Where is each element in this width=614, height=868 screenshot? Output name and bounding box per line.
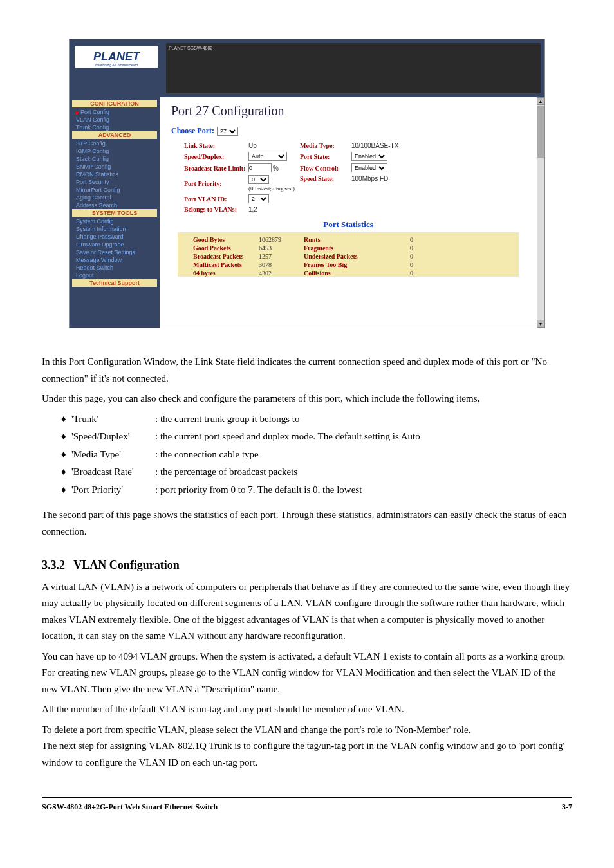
belongs-vlans-value: 1,2 (248, 206, 300, 213)
nav-reboot-switch[interactable]: Reboot Switch (72, 264, 157, 272)
paragraph: You can have up to 4094 VLAN groups. Whe… (42, 649, 572, 698)
stat-value: 0 (387, 253, 413, 260)
stat-value: 1062879 (259, 236, 304, 243)
nav-address-search[interactable]: Address Search (72, 201, 157, 209)
section-number: 3.3.2 (42, 559, 65, 571)
nav-aging-control[interactable]: Aging Control (72, 194, 157, 201)
bullet: ♦ (61, 411, 71, 428)
nav-rmon-stats[interactable]: RMON Statistics (72, 171, 157, 178)
stat-label: Runts (304, 236, 387, 243)
section-heading: 3.3.2 VLAN Configuration (42, 555, 572, 575)
broadcast-rate-label: Broadcast Rate Limit: (184, 165, 248, 172)
stat-label: Frames Too Big (304, 261, 387, 268)
media-type-value: 10/100BASE-TX (351, 142, 409, 149)
speed-duplex-label: Speed/Duplex: (184, 153, 248, 160)
flow-control-label: Flow Control: (300, 165, 351, 172)
port-priority-select[interactable]: 0 (248, 175, 269, 184)
nav-snmp-config[interactable]: SNMP Config (72, 163, 157, 171)
scroll-up-button[interactable]: ▲ (537, 97, 544, 105)
stat-label: Multicast Packets (181, 261, 259, 268)
link-state-value: Up (248, 142, 300, 149)
brand-logo: PLANET Networking & Communication (75, 46, 158, 68)
nav-mirror-config[interactable]: MirrorPort Config (72, 186, 157, 194)
priority-hint: (0:lowest;7:highest) (248, 185, 295, 192)
stat-value: 3078 (259, 261, 304, 268)
stat-label: Good Bytes (181, 236, 259, 243)
nav-header-system: SYSTEM TOOLS (72, 209, 157, 217)
flow-control-select[interactable]: Enabled (351, 163, 387, 172)
port-vlan-id-select[interactable]: 2 (248, 194, 269, 203)
port-statistics-title: Port Statistics (171, 219, 525, 230)
footer-page-number: 3-7 (562, 800, 572, 813)
stat-label: Good Packets (181, 245, 259, 252)
paragraph: To delete a port from specific VLAN, ple… (42, 722, 572, 771)
logo-subtext: Networking & Communication (95, 63, 138, 67)
nav-logout[interactable]: Logout (72, 272, 157, 279)
port-priority-label: Port Priority: (184, 180, 248, 187)
choose-port-select[interactable]: 27 (217, 127, 238, 136)
nav-stack-config[interactable]: Stack Config (72, 155, 157, 163)
link-state-label: Link State: (184, 142, 248, 149)
scroll-thumb[interactable] (537, 106, 544, 158)
nav-message-window[interactable]: Message Window (72, 256, 157, 264)
nav-port-security[interactable]: Port Security (72, 178, 157, 186)
nav-save-reset[interactable]: Save or Reset Settings (72, 248, 157, 256)
config-screenshot: PLANET Networking & Communication PLANET… (69, 39, 545, 328)
nav-change-password[interactable]: Change Password (72, 233, 157, 241)
param-desc: : port priority from 0 to 7. The default… (155, 482, 362, 499)
nav-stp-config[interactable]: STP Config (72, 140, 157, 147)
vertical-scrollbar[interactable]: ▲ ▼ (537, 97, 544, 328)
page-footer: SGSW-4802 48+2G-Port Web Smart Ethernet … (42, 797, 572, 813)
switch-front-panel: PLANET SGSW-4802 (166, 43, 541, 93)
stat-value: 6453 (259, 245, 304, 252)
stat-value: 1257 (259, 253, 304, 260)
bullet: ♦ (61, 447, 71, 463)
port-state-select[interactable]: Enabled (351, 152, 387, 161)
port-state-label: Port State: (300, 153, 351, 160)
topbar: PLANET Networking & Communication PLANET… (70, 39, 544, 97)
footer-title: SGSW-4802 48+2G-Port Web Smart Ethernet … (42, 800, 218, 813)
param-term: 'Broadcast Rate' (71, 464, 155, 481)
config-table: Link State:Up Media Type:10/100BASE-TX S… (184, 142, 525, 213)
param-desc: : the current port speed and duplex mode… (155, 429, 420, 445)
stat-value: 0 (387, 261, 413, 268)
bullet: ♦ (61, 482, 71, 499)
port-statistics-box: Good Bytes1062879Runts0 Good Packets6453… (178, 232, 519, 277)
nav-sidebar: CONFIGURATION Port Config VLAN Config Tr… (70, 97, 160, 328)
param-term: 'Media Type' (71, 447, 155, 463)
nav-igmp-config[interactable]: IGMP Config (72, 147, 157, 155)
paragraph: All the member of the default VLAN is un… (42, 701, 572, 718)
section-title: VLAN Configuration (73, 559, 180, 571)
paragraph: Under this page, you can also check and … (42, 391, 572, 407)
speed-state-value: 100Mbps FD (351, 175, 409, 182)
speed-duplex-select[interactable]: Auto (248, 152, 287, 161)
param-desc: : the current trunk group it belongs to (155, 411, 300, 428)
paragraph: In this Port Configuration Window, the L… (42, 354, 572, 387)
belongs-vlans-label: Belongs to VLANs: (184, 206, 248, 213)
param-term: 'Speed/Duplex' (71, 429, 155, 445)
stat-value: 4302 (259, 270, 304, 277)
nav-firmware-upgrade[interactable]: Firmware Upgrade (72, 241, 157, 248)
stat-label: Fragments (304, 245, 387, 252)
nav-system-info[interactable]: System Information (72, 225, 157, 233)
stat-label: 64 bytes (181, 270, 259, 277)
nav-header-tech[interactable]: Technical Support (72, 279, 157, 287)
param-desc: : the percentage of broadcast packets (155, 464, 297, 481)
nav-port-config[interactable]: Port Config (72, 108, 157, 116)
paragraph: The second part of this page shows the s… (42, 507, 572, 540)
stat-label: Undersized Packets (304, 253, 387, 260)
stat-value: 0 (387, 236, 413, 243)
switch-model: PLANET SGSW-4802 (169, 46, 212, 50)
paragraph: A virtual LAN (VLAN) is a network of com… (42, 579, 572, 645)
content-pane: Port 27 Configuration Choose Port: 27 Li… (160, 97, 537, 328)
percent-unit: % (273, 165, 279, 172)
broadcast-rate-input[interactable] (248, 163, 272, 172)
nav-trunk-config[interactable]: Trunk Config (72, 124, 157, 131)
nav-vlan-config[interactable]: VLAN Config (72, 116, 157, 124)
nav-system-config[interactable]: System Config (72, 217, 157, 225)
param-desc: : the connection cable type (155, 447, 259, 463)
scroll-down-button[interactable]: ▼ (537, 320, 544, 328)
stat-value: 0 (387, 245, 413, 252)
choose-port-label: Choose Port: (171, 126, 214, 136)
stat-label: Broadcast Packets (181, 253, 259, 260)
